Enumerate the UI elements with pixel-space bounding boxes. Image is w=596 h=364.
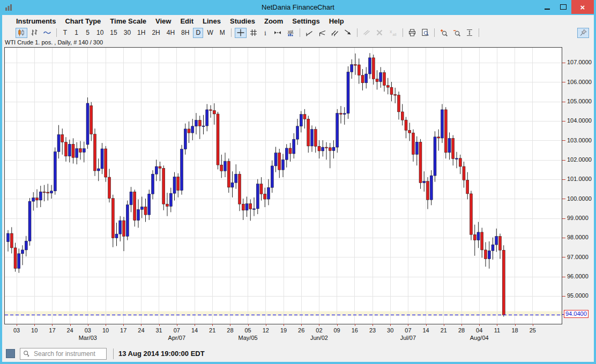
arrow-draw-button[interactable] xyxy=(342,28,354,38)
timeframe-daily-button[interactable]: D xyxy=(193,28,203,38)
candle-body xyxy=(488,251,490,259)
candle-body xyxy=(198,120,201,126)
remove-line-button[interactable] xyxy=(361,28,372,38)
timeframe-monthly-button[interactable]: M xyxy=(217,28,228,38)
candle-body xyxy=(485,250,487,259)
parallel-lines-button[interactable] xyxy=(329,28,341,38)
candle-body xyxy=(473,234,476,240)
time-axis-month-label: Jun/02 xyxy=(310,335,328,341)
statusbar-separator xyxy=(113,348,114,359)
svg-text:x: x xyxy=(390,29,392,34)
time-axis-month-label: Mar/03 xyxy=(79,335,97,341)
minimize-icon xyxy=(545,9,550,10)
candle-body xyxy=(314,130,317,147)
time-axis-date-label: 16 xyxy=(352,327,358,333)
candle-body xyxy=(437,137,440,138)
candle-body xyxy=(166,204,169,206)
print-button[interactable] xyxy=(406,28,418,38)
timeframe-8h-button[interactable]: 8H xyxy=(178,28,192,38)
candle-body xyxy=(419,142,422,183)
candle-body xyxy=(231,183,234,187)
price-axis-tick xyxy=(562,296,565,297)
print-preview-button[interactable] xyxy=(419,28,431,38)
candle-body xyxy=(495,236,498,245)
delete-selected-button[interactable] xyxy=(374,28,385,38)
title-bar: NetDania FinanceChart × xyxy=(0,0,596,15)
time-axis-date-label: 09 xyxy=(333,327,340,333)
menu-settings[interactable]: Settings xyxy=(292,17,319,25)
candle-body xyxy=(32,198,35,202)
fit-vertical-button[interactable] xyxy=(464,28,475,38)
menu-help[interactable]: Help xyxy=(329,17,344,25)
timeframe-5min-button[interactable]: 5 xyxy=(83,28,93,38)
time-axis-tick xyxy=(461,324,462,326)
timeframe-30min-button[interactable]: 30 xyxy=(121,28,133,38)
price-axis-label: 105.0000 xyxy=(567,98,592,104)
candle-body xyxy=(415,142,418,154)
timeframe-weekly-button[interactable]: W xyxy=(204,28,215,38)
timeframe-1h-button[interactable]: 1H xyxy=(135,28,148,38)
candle-body xyxy=(329,148,331,151)
candle-body xyxy=(260,184,263,194)
candle-body xyxy=(322,147,324,151)
candle-body xyxy=(271,166,273,187)
menu-lines[interactable]: Lines xyxy=(203,17,221,25)
menu-view[interactable]: View xyxy=(155,17,171,25)
ohlc-bar-chart-button[interactable] xyxy=(28,28,40,38)
trendline-semi-auto-button[interactable] xyxy=(303,28,315,38)
menu-chart-type[interactable]: Chart Type xyxy=(65,17,101,25)
line-chart-button[interactable] xyxy=(41,28,53,38)
price-axis[interactable]: 107.0000106.0000105.0000104.0000103.0000… xyxy=(562,47,594,325)
horizontal-expand-button[interactable] xyxy=(272,28,284,38)
timeframe-1min-button[interactable]: 1 xyxy=(71,28,81,38)
time-axis-date-label: 30 xyxy=(387,327,393,333)
delete-all-button[interactable]: xall xyxy=(386,28,399,38)
price-axis-tick xyxy=(562,121,565,122)
print-preview-icon xyxy=(421,28,429,37)
menu-edit[interactable]: Edit xyxy=(180,17,193,25)
minimize-button[interactable] xyxy=(539,0,555,14)
menu-instruments[interactable]: Instruments xyxy=(16,17,56,25)
timeframe-10min-button[interactable]: 10 xyxy=(94,28,106,38)
price-axis-tick xyxy=(562,160,565,161)
close-button[interactable]: × xyxy=(571,0,594,14)
pin-window-button[interactable] xyxy=(577,28,589,38)
candle-body xyxy=(303,115,306,119)
menu-studies[interactable]: Studies xyxy=(230,17,255,25)
application-window: NetDania FinanceChart × Instruments Char… xyxy=(0,0,596,364)
info-button[interactable]: i xyxy=(260,28,271,38)
zoom-in-button[interactable] xyxy=(438,28,450,38)
candle-body xyxy=(79,149,82,153)
time-axis-tick xyxy=(230,324,230,326)
search-input[interactable] xyxy=(33,350,103,358)
timeframe-tick-button[interactable]: T xyxy=(60,28,70,38)
instrument-search-box[interactable] xyxy=(20,348,107,360)
crosshair-button[interactable] xyxy=(235,28,247,38)
candle-body xyxy=(86,103,89,145)
candle-body xyxy=(65,142,68,156)
time-axis-date-label: 17 xyxy=(120,327,126,333)
candle-body xyxy=(36,198,39,200)
price-axis-label: 106.0000 xyxy=(567,79,592,85)
candle-body xyxy=(274,153,277,166)
trendline-button[interactable] xyxy=(316,28,328,38)
candlestick-chart-button[interactable] xyxy=(16,28,27,38)
candle-body xyxy=(28,201,31,241)
candle-body xyxy=(390,87,393,94)
candle-body xyxy=(188,129,190,133)
time-axis[interactable]: 0310172403101724310714212805121926020916… xyxy=(4,324,562,344)
timeframe-4h-button[interactable]: 4H xyxy=(164,28,177,38)
arrow-draw-icon xyxy=(344,28,352,37)
grid-toggle-button[interactable] xyxy=(248,28,259,38)
chart-plot-area[interactable] xyxy=(4,47,562,324)
timeframe-2h-button[interactable]: 2H xyxy=(149,28,162,38)
menu-zoom[interactable]: Zoom xyxy=(264,17,283,25)
menu-time-scale[interactable]: Time Scale xyxy=(110,17,146,25)
volume-button[interactable]: vol xyxy=(285,28,296,38)
zoom-out-button[interactable] xyxy=(451,28,463,38)
time-axis-tick xyxy=(17,324,17,326)
time-axis-tick xyxy=(52,324,53,326)
candle-body xyxy=(184,129,187,149)
maximize-button[interactable] xyxy=(555,0,571,14)
timeframe-15min-button[interactable]: 15 xyxy=(107,28,120,38)
